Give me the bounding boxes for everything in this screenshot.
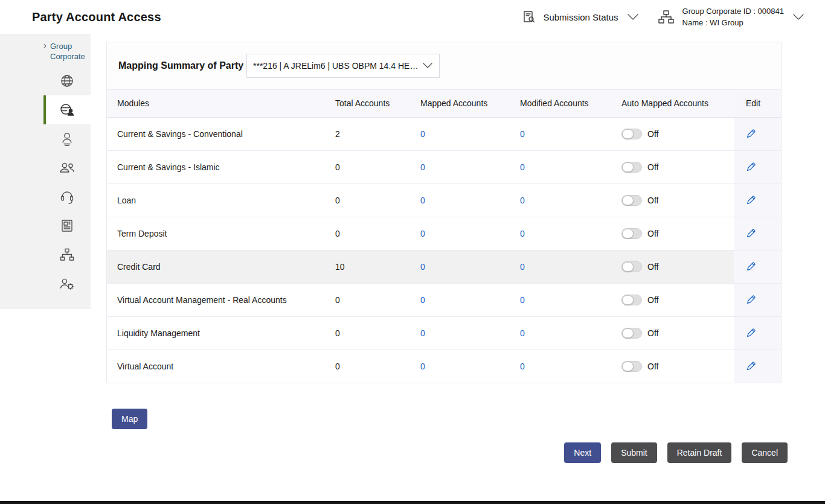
- submit-button[interactable]: Submit: [611, 442, 657, 463]
- module-name: Virtual Account Management - Real Accoun…: [107, 283, 335, 316]
- edit-button[interactable]: [746, 228, 756, 238]
- user-settings-icon: [59, 276, 75, 291]
- group-corporate-name: Name : WI Group: [682, 18, 743, 27]
- modified-accounts-link[interactable]: 0: [520, 196, 525, 205]
- chevron-right-icon: ›: [43, 40, 47, 50]
- table-row: Virtual Account Management - Real Accoun…: [107, 283, 781, 316]
- modified-accounts-link[interactable]: 0: [520, 328, 525, 338]
- cancel-button[interactable]: Cancel: [742, 442, 788, 463]
- table-row: Current & Savings - Conventional 2 0 0 O…: [107, 117, 781, 150]
- auto-map-toggle[interactable]: [621, 162, 642, 173]
- sidebar: › Group Corporate: [0, 34, 91, 309]
- auto-map-toggle[interactable]: [621, 261, 642, 272]
- mapped-accounts-link[interactable]: 0: [420, 229, 425, 238]
- card-title: Mapping Summary of Party: [118, 60, 246, 71]
- mapped-accounts-link[interactable]: 0: [420, 262, 425, 272]
- modified-accounts-link[interactable]: 0: [520, 362, 525, 371]
- edit-button[interactable]: [746, 162, 756, 172]
- chevron-down-icon: [792, 13, 804, 21]
- toggle-state-label: Off: [647, 295, 658, 305]
- report-icon: [60, 219, 74, 233]
- total-accounts-value: 0: [335, 150, 420, 183]
- edit-pencil-icon: [746, 129, 756, 139]
- table-row: Credit Card 10 0 0 Off: [107, 250, 781, 283]
- auto-map-toggle[interactable]: [621, 195, 642, 206]
- edit-button[interactable]: [746, 361, 756, 371]
- modified-accounts-link[interactable]: 0: [520, 162, 525, 172]
- col-modified-accounts: Modified Accounts: [519, 90, 621, 117]
- modified-accounts-link[interactable]: 0: [520, 229, 525, 238]
- auto-map-toggle[interactable]: [621, 361, 642, 372]
- mapped-accounts-link[interactable]: 0: [420, 362, 425, 371]
- edit-button[interactable]: [746, 195, 756, 205]
- mapped-accounts-link[interactable]: 0: [420, 162, 425, 172]
- mapped-accounts-link[interactable]: 0: [420, 129, 425, 139]
- table-header-row: Modules Total Accounts Mapped Accounts M…: [107, 90, 781, 117]
- table-row: Term Deposit 0 0 0 Off: [107, 217, 781, 250]
- total-accounts-value: 0: [335, 283, 420, 316]
- table-row: Loan 0 0 0 Off: [107, 183, 781, 217]
- edit-pencil-icon: [746, 295, 756, 305]
- toggle-state-label: Off: [647, 362, 658, 371]
- edit-pencil-icon: [746, 328, 756, 338]
- module-name: Virtual Account: [107, 349, 335, 383]
- party-select[interactable]: ***216 | A JRELim6 | UBS OBPM 14.4 HE…: [246, 54, 440, 78]
- modified-accounts-link[interactable]: 0: [520, 129, 525, 139]
- submission-status-dropdown[interactable]: Submission Status: [522, 10, 638, 24]
- page-title: Party Account Access: [32, 10, 161, 24]
- table-row: Liquidity Management 0 0 0 Off: [107, 316, 781, 349]
- table-row: Virtual Account 0 0 0 Off: [107, 349, 781, 383]
- toggle-knob: [622, 129, 634, 139]
- toggle-knob: [622, 362, 634, 371]
- retain-draft-button[interactable]: Retain Draft: [667, 442, 732, 463]
- sidebar-item-user-settings[interactable]: [43, 269, 91, 298]
- edit-button[interactable]: [746, 129, 756, 139]
- total-accounts-value: 2: [335, 117, 420, 150]
- total-accounts-value: 0: [335, 349, 420, 383]
- sidebar-item-party-account-access[interactable]: [43, 95, 91, 124]
- auto-map-toggle[interactable]: [621, 228, 642, 239]
- top-header: Party Account Access Submission Status: [0, 0, 825, 34]
- map-button[interactable]: Map: [112, 409, 147, 429]
- sidebar-item-support[interactable]: [43, 182, 91, 211]
- edit-button[interactable]: [746, 328, 756, 338]
- next-button[interactable]: Next: [564, 442, 601, 463]
- total-accounts-value: 0: [335, 183, 420, 217]
- sidebar-item-user-profile[interactable]: [43, 124, 91, 153]
- modified-accounts-link[interactable]: 0: [520, 262, 525, 272]
- hierarchy-icon: [59, 247, 75, 262]
- toggle-state-label: Off: [647, 196, 658, 205]
- total-accounts-value: 0: [335, 316, 420, 349]
- toggle-knob: [622, 295, 634, 305]
- edit-button[interactable]: [746, 261, 756, 272]
- sidebar-item-hierarchy[interactable]: [43, 240, 91, 269]
- module-name: Term Deposit: [107, 217, 335, 250]
- mapped-accounts-link[interactable]: 0: [420, 328, 425, 338]
- breadcrumb-label: Group Corporate: [42, 41, 86, 62]
- group-corporate-switcher[interactable]: Group Corporate ID : 000841 Name : WI Gr…: [657, 5, 804, 28]
- sidebar-item-report[interactable]: [43, 211, 91, 240]
- user-profile-icon: [60, 131, 74, 147]
- module-name: Liquidity Management: [107, 316, 335, 349]
- globe-icon: [60, 74, 74, 88]
- total-accounts-value: 10: [335, 250, 420, 283]
- toggle-state-label: Off: [647, 129, 658, 139]
- group-corporate-info: Group Corporate ID : 000841 Name : WI Gr…: [682, 5, 784, 28]
- toggle-knob: [622, 328, 634, 338]
- mapped-accounts-link[interactable]: 0: [420, 196, 425, 205]
- auto-map-toggle[interactable]: [621, 328, 642, 339]
- sidebar-item-globe[interactable]: [43, 66, 91, 95]
- party-account-access-icon: [59, 103, 75, 117]
- edit-button[interactable]: [746, 295, 756, 305]
- sidebar-item-user-group[interactable]: [43, 153, 91, 182]
- toggle-knob: [622, 229, 634, 238]
- modified-accounts-link[interactable]: 0: [520, 295, 525, 305]
- mapped-accounts-link[interactable]: 0: [420, 295, 425, 305]
- group-corporate-id: Group Corporate ID : 000841: [682, 7, 784, 16]
- edit-pencil-icon: [746, 261, 756, 272]
- toggle-state-label: Off: [647, 262, 658, 272]
- toggle-knob: [622, 196, 634, 205]
- breadcrumb-group-corporate[interactable]: › Group Corporate: [42, 41, 86, 62]
- auto-map-toggle[interactable]: [621, 129, 642, 139]
- auto-map-toggle[interactable]: [621, 295, 642, 305]
